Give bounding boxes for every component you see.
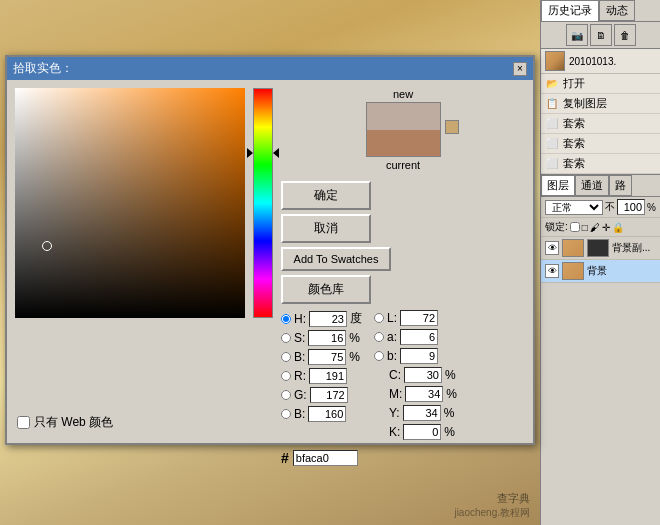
hue-slider[interactable] <box>253 88 273 318</box>
action-tab[interactable]: 动态 <box>599 0 635 21</box>
lasso-icon2: ⬜ <box>545 137 559 151</box>
m-unit: % <box>446 387 457 401</box>
brightness-label: B: <box>294 350 305 364</box>
gradient-background <box>15 88 245 318</box>
red-row: R: <box>281 368 362 384</box>
m-label: M: <box>389 387 402 401</box>
delete-icon[interactable]: 🗑 <box>614 24 636 46</box>
l-radio[interactable] <box>374 313 384 323</box>
layer-item-1[interactable]: 👁 背景副... <box>541 237 660 260</box>
history-item-duplicate[interactable]: 📋 复制图层 <box>541 94 660 114</box>
color-new-swatch <box>367 103 440 130</box>
y-input[interactable] <box>403 405 441 421</box>
saturation-input[interactable] <box>308 330 346 346</box>
hue-input[interactable] <box>309 311 347 327</box>
hue-unit: 度 <box>350 310 362 327</box>
layer-mask-1 <box>587 239 609 257</box>
history-tab[interactable]: 历史记录 <box>541 0 599 21</box>
brightness-radio[interactable] <box>281 352 291 362</box>
history-thumbnail <box>545 51 565 71</box>
current-label: current <box>386 159 420 171</box>
k-input[interactable] <box>403 424 441 440</box>
a-row: a: <box>374 329 457 345</box>
lab-b-radio[interactable] <box>374 351 384 361</box>
color-picker-dialog: 拾取实色： × new <box>5 55 535 445</box>
new-snapshot-icon[interactable]: 📷 <box>566 24 588 46</box>
l-input[interactable] <box>400 310 438 326</box>
cancel-button[interactable]: 取消 <box>281 214 371 243</box>
color-gradient-picker[interactable] <box>15 88 245 318</box>
new-label: new <box>393 88 413 100</box>
a-input[interactable] <box>400 329 438 345</box>
saturation-label: S: <box>294 331 305 345</box>
hex-symbol: # <box>281 450 289 466</box>
l-label: L: <box>387 311 397 325</box>
saturation-radio[interactable] <box>281 333 291 343</box>
history-item-lasso3[interactable]: ⬜ 套索 <box>541 154 660 174</box>
red-label: R: <box>294 369 306 383</box>
new-document-icon[interactable]: 🗎 <box>590 24 612 46</box>
history-item-label: 打开 <box>563 76 585 91</box>
c-input[interactable] <box>404 367 442 383</box>
tab-paths[interactable]: 路 <box>609 175 632 196</box>
brightness-unit: % <box>349 350 360 364</box>
open-icon: 📂 <box>545 77 559 91</box>
lab-b-row: b: <box>374 348 457 364</box>
blue-radio[interactable] <box>281 409 291 419</box>
dialog-title: 拾取实色： <box>13 60 73 77</box>
hue-row: H: 度 <box>281 310 362 327</box>
duplicate-icon: 📋 <box>545 97 559 111</box>
green-input[interactable] <box>310 387 348 403</box>
blend-mode-row: 正常 不 % <box>541 197 660 218</box>
history-item-lasso1[interactable]: ⬜ 套索 <box>541 114 660 134</box>
web-safe-checkbox[interactable] <box>17 416 30 429</box>
m-input[interactable] <box>405 386 443 402</box>
lock-move-icon: ✛ <box>602 222 610 233</box>
saturation-row: S: % <box>281 330 362 346</box>
history-item-open[interactable]: 📂 打开 <box>541 74 660 94</box>
layer-thumb-1 <box>562 239 584 257</box>
opacity-percent: % <box>647 202 656 213</box>
c-row: C: % <box>374 367 457 383</box>
tab-channels[interactable]: 通道 <box>575 175 609 196</box>
blue-input[interactable] <box>308 406 346 422</box>
lock-transparent[interactable] <box>570 222 580 232</box>
history-date-row: 20101013. <box>541 49 660 74</box>
a-radio[interactable] <box>374 332 384 342</box>
blend-mode-select[interactable]: 正常 <box>545 200 603 215</box>
brightness-input[interactable] <box>308 349 346 365</box>
hex-input[interactable] <box>293 450 358 466</box>
lasso-icon: ⬜ <box>545 117 559 131</box>
opacity-input[interactable] <box>617 199 645 215</box>
lasso-icon3: ⬜ <box>545 157 559 171</box>
red-input[interactable] <box>309 368 347 384</box>
layer-item-2[interactable]: 👁 背景 <box>541 260 660 283</box>
layer-thumb-2 <box>562 262 584 280</box>
green-label: G: <box>294 388 307 402</box>
dialog-close-button[interactable]: × <box>513 62 527 76</box>
color-preview-wrapper: new current <box>281 88 525 171</box>
lab-b-input[interactable] <box>400 348 438 364</box>
tab-layers[interactable]: 图层 <box>541 175 575 196</box>
layer-eye-1[interactable]: 👁 <box>545 241 559 255</box>
c-label: C: <box>389 368 401 382</box>
web-safe-row: 只有 Web 颜色 <box>17 414 113 431</box>
color-preview-stack <box>366 102 441 157</box>
history-item-lasso2[interactable]: ⬜ 套索 <box>541 134 660 154</box>
green-radio[interactable] <box>281 390 291 400</box>
hsb-rgb-col: H: 度 S: % B: % <box>281 310 362 440</box>
k-row: K: % <box>374 424 457 440</box>
add-to-swatches-button[interactable]: Add To Swatches <box>281 247 391 271</box>
hue-radio[interactable] <box>281 314 291 324</box>
l-row: L: <box>374 310 457 326</box>
color-library-button[interactable]: 颜色库 <box>281 275 371 304</box>
layer-eye-2[interactable]: 👁 <box>545 264 559 278</box>
lock-row: 锁定: □ 🖌 ✛ 🔒 <box>541 218 660 237</box>
ok-button[interactable]: 确定 <box>281 181 371 210</box>
red-radio[interactable] <box>281 371 291 381</box>
lab-cmyk-col: L: a: b: <box>374 310 457 440</box>
layers-tabs: 图层 通道 路 <box>541 175 660 197</box>
k-unit: % <box>444 425 455 439</box>
dialog-content: new current 确定 取消 Add To Swatches 颜色库 <box>7 80 533 444</box>
lock-all-icon: 🔒 <box>612 222 624 233</box>
